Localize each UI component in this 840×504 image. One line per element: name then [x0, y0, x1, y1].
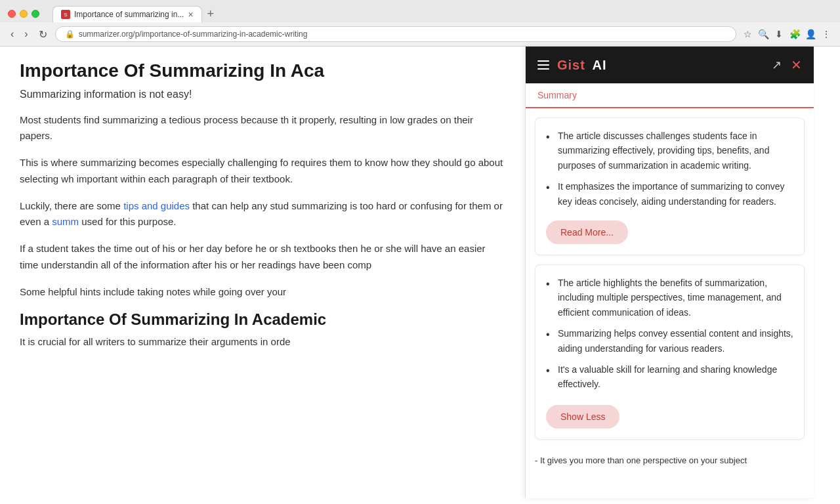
share-icon[interactable]: ↗ [772, 58, 782, 72]
article-title: Importance Of Summarizing In Aca [20, 60, 505, 82]
tab-title: Importance of summarizing in... [74, 10, 184, 19]
summary-bullet-2-1: The article highlights the benefits of s… [546, 276, 793, 320]
show-less-button[interactable]: Show Less [546, 405, 620, 429]
close-window-button[interactable] [8, 10, 16, 18]
traffic-lights [8, 10, 39, 18]
forward-button[interactable]: › [22, 27, 30, 41]
extensions-icon[interactable]: 🧩 [789, 28, 801, 40]
main-area: Importance Of Summarizing In Aca Summari… [0, 47, 840, 498]
maximize-window-button[interactable] [32, 10, 39, 18]
tab-close-button[interactable]: × [188, 10, 193, 19]
paragraph3-suffix: used for this purpose. [79, 216, 176, 227]
browser-actions: ☆ 🔍 ⬇ 🧩 👤 ⋮ [742, 28, 832, 40]
article-paragraph-3: Luckily, there are some tips and guides … [20, 198, 505, 231]
address-bar[interactable]: 🔒 summarizer.org/p/importance-of-summari… [55, 26, 736, 42]
panel-header-right: ↗ ✕ [772, 57, 802, 73]
panel-footer-text: - It gives you more than one perspective… [526, 449, 814, 476]
summary-bullet-2-2: Summarizing helps convey essential conte… [546, 326, 793, 356]
back-button[interactable]: ‹ [8, 27, 16, 41]
panel-logo: Gist AI [557, 58, 606, 73]
panel-header: Gist AI ↗ ✕ [526, 47, 814, 83]
close-panel-icon[interactable]: ✕ [791, 57, 802, 73]
article-heading-2: Importance Of Summarizing In Academic [20, 310, 505, 329]
article-paragraph-2: This is where summarizing becomes especi… [20, 155, 505, 188]
panel-content[interactable]: The article discusses challenges student… [526, 108, 814, 498]
tab-favicon: S [61, 10, 70, 19]
download-icon[interactable]: ⬇ [773, 28, 785, 40]
summary-bullet-1-1: The article discusses challenges student… [546, 129, 793, 173]
logo-ai-text: AI [592, 58, 606, 72]
search-icon[interactable]: 🔍 [757, 28, 769, 40]
article-content: Importance Of Summarizing In Aca Summari… [0, 47, 525, 498]
hamburger-menu-icon[interactable] [537, 60, 549, 70]
tab-bar: S Importance of summarizing in... × + [52, 5, 218, 22]
summary-bullet-1-2: It emphasizes the importance of summariz… [546, 179, 793, 209]
more-menu-icon[interactable]: ⋮ [820, 28, 832, 40]
lock-icon: 🔒 [65, 30, 75, 39]
summ-link[interactable]: summ [52, 216, 79, 227]
article-paragraph-4: If a student takes the time out of his o… [20, 241, 505, 274]
new-tab-button[interactable]: + [203, 5, 219, 22]
profile-icon[interactable]: 👤 [805, 28, 816, 40]
read-more-button[interactable]: Read More... [546, 220, 628, 244]
panel-tab-bar: Summary [526, 83, 814, 108]
reload-button[interactable]: ↻ [36, 27, 50, 42]
active-tab[interactable]: S Importance of summarizing in... × [52, 6, 202, 22]
article-paragraph-5: Some helpful hints include taking notes … [20, 284, 505, 301]
summary-card-1: The article discusses challenges student… [535, 117, 805, 255]
browser-chrome: S Importance of summarizing in... × + ‹ … [0, 0, 840, 47]
minimize-window-button[interactable] [20, 10, 28, 18]
panel-header-left: Gist AI [537, 58, 606, 73]
title-bar: S Importance of summarizing in... × + [0, 0, 840, 22]
sidebar-panel: Gist AI ↗ ✕ Summary The article discusse… [525, 47, 814, 498]
paragraph3-prefix: Luckily, there are some [20, 200, 123, 211]
article-paragraph-6: It is crucial for all writers to summari… [20, 334, 505, 350]
summary-tab[interactable]: Summary [537, 83, 577, 108]
article-paragraph-1: Most students find summarizing a tedious… [20, 112, 505, 145]
summary-list-1: The article discusses challenges student… [546, 129, 793, 209]
bookmark-icon[interactable]: ☆ [742, 28, 753, 40]
summary-bullet-2-3: It's a valuable skill for learning and s… [546, 362, 793, 392]
logo-gist-text: Gist [557, 58, 585, 72]
summary-list-2: The article highlights the benefits of s… [546, 276, 793, 392]
nav-bar: ‹ › ↻ 🔒 summarizer.org/p/importance-of-s… [0, 22, 840, 46]
url-text: summarizer.org/p/importance-of-summarizi… [79, 30, 308, 39]
article-subtitle: Summarizing information is not easy! [20, 89, 505, 100]
tips-guides-link[interactable]: tips and guides [123, 200, 190, 211]
summary-card-2: The article highlights the benefits of s… [535, 264, 805, 440]
